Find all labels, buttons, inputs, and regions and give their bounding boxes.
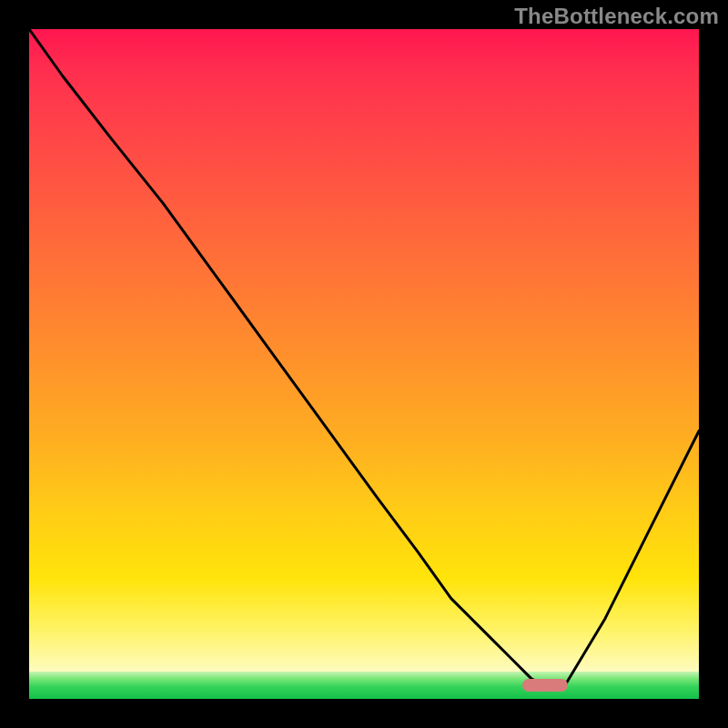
bottleneck-curve — [29, 29, 699, 699]
chart-frame: TheBottleneck.com — [0, 0, 728, 728]
watermark-text: TheBottleneck.com — [514, 4, 719, 29]
plot-area — [29, 29, 699, 699]
optimal-marker — [522, 679, 568, 692]
